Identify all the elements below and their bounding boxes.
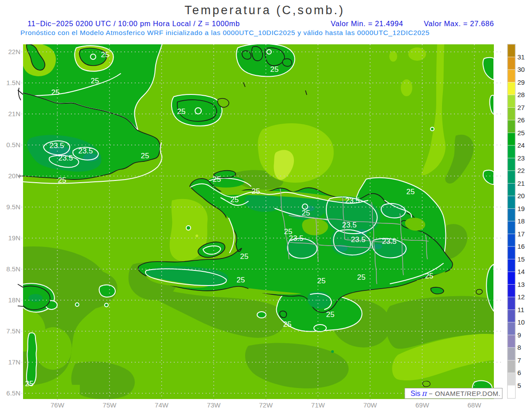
colorbar-label: 14	[517, 268, 525, 275]
y-axis-label: 18N	[8, 296, 20, 304]
y-axis-label: 0.5N	[6, 141, 20, 149]
contour-label: 25	[213, 175, 221, 184]
colorbar-segment	[508, 44, 515, 57]
contour-label: 25	[357, 273, 366, 282]
colorbar-label: 29	[517, 78, 525, 86]
y-axis-label: 22N	[8, 48, 20, 55]
colorbar-segment	[508, 133, 515, 146]
attribution-sis: Sis	[411, 390, 420, 397]
colorbar-label: 20	[517, 192, 525, 200]
mona-island	[476, 290, 482, 294]
colorbar-segment	[508, 360, 515, 373]
contour-label: 25	[240, 252, 249, 261]
colorbar-label: 11	[517, 306, 524, 313]
y-axis-label: 7.5N	[6, 327, 20, 335]
subtitle-datetime: 11−Dic−2025 0200 UTC / 10:00 pm Hora Loc…	[27, 20, 240, 27]
contour-label: 23.5	[351, 235, 365, 244]
contour-label: 25	[231, 196, 239, 204]
colorbar-segment	[508, 297, 515, 310]
x-axis-label: 72W	[259, 401, 273, 409]
colorbar-label: 18	[517, 217, 525, 225]
colorbar-segment	[508, 247, 515, 259]
colorbar-label: 6	[517, 369, 521, 376]
colorbar-segment	[508, 285, 515, 297]
colorbar-label: 21	[517, 180, 525, 187]
colorbar-segment	[508, 120, 515, 133]
colorbar-segment	[508, 272, 515, 285]
colorbar-label: 27	[517, 104, 525, 111]
colorbar-label: 23	[517, 154, 525, 162]
margin-coast-stubs	[18, 88, 23, 306]
contour-label: 25	[407, 188, 415, 196]
y-axis-label: 19N	[8, 234, 20, 242]
contour-label: 23.5	[49, 141, 64, 150]
colorbar-segment	[508, 108, 515, 121]
contour-label: 25	[177, 107, 186, 116]
colorbar-label: 19	[517, 205, 525, 212]
map-canvas	[13, 41, 494, 400]
contour-label: 25	[237, 276, 245, 284]
colorbar-label: 8	[517, 344, 521, 351]
colorbar-label: 28	[517, 91, 525, 98]
y-axis-label: 20N	[8, 172, 20, 180]
colorbar-segment	[508, 209, 515, 222]
colorbar-segment	[508, 348, 515, 360]
colorbar-segment	[508, 171, 515, 184]
subtitle-valor-max: Valor Max. = 27.686	[424, 20, 494, 27]
x-axis-label: 75W	[103, 401, 117, 409]
y-axis-label: 1.5N	[6, 79, 20, 86]
colorbar-label: 25	[517, 129, 525, 137]
colorbar-label: 24	[517, 141, 525, 149]
page-title: Temperatura (C,somb.)	[184, 4, 345, 17]
colorbar-label: 16	[517, 243, 525, 250]
x-axis-label: 69W	[415, 401, 430, 409]
colorbar-segment	[508, 82, 515, 95]
colorbar-segment	[508, 373, 515, 386]
contour-label: 23.5	[345, 196, 360, 205]
colorbar-label: 22	[517, 167, 525, 174]
x-axis-label: 68W	[468, 401, 482, 409]
attribution-pi-icon: π	[422, 389, 427, 398]
contour-label: 25	[141, 152, 149, 160]
small-cay	[422, 381, 430, 387]
colorbar-segment	[508, 259, 515, 272]
colorbar-segment	[508, 322, 515, 335]
colorbar-segment	[508, 145, 515, 158]
colorbar-segment	[508, 57, 515, 70]
y-axis-label: 8.5N	[6, 265, 20, 273]
contour-label: 25	[326, 310, 335, 319]
colorbar-segment	[508, 221, 515, 234]
colorbar-label: 15	[517, 255, 525, 263]
temperature-colorbar: 3130292827262524232221201918171615141312…	[508, 44, 525, 398]
x-axis-label: 71W	[311, 401, 325, 409]
x-axis-label: 74W	[155, 401, 169, 409]
beata-island	[280, 311, 287, 317]
contour-label: 23.5	[78, 147, 93, 155]
colorbar-segment	[508, 386, 515, 399]
contour-label: 23.5	[58, 154, 73, 162]
x-axis-label: 70W	[363, 401, 377, 409]
y-axis-label: 17N	[8, 358, 20, 366]
contour-label: 25	[302, 209, 310, 217]
contour-label: 25	[270, 65, 279, 74]
colorbar-segment	[508, 158, 515, 171]
colorbar-label: 5	[517, 382, 521, 389]
colorbar-segment	[508, 70, 515, 82]
weather-map-screenshot: 76W75W74W73W72W71W70W69W68W22N1.5N21N0.5…	[0, 0, 532, 411]
y-axis-label: 9.5N	[6, 203, 20, 211]
contour-label: 25	[252, 187, 260, 196]
contour-label: 25	[283, 320, 292, 329]
contour-label: 25	[425, 272, 434, 280]
colorbar-segment	[508, 95, 515, 108]
attribution-box: Sis π − ONAMET/REP.DOM.	[405, 388, 502, 399]
contour-label: 23.5	[382, 237, 396, 246]
y-axis-label: 6.5N	[6, 389, 20, 397]
contour-label: 25	[25, 380, 34, 388]
colorbar-label: 13	[517, 281, 525, 288]
colorbar-segment	[508, 196, 515, 209]
contour-label: 25	[51, 88, 60, 97]
x-axis-label: 73W	[207, 401, 221, 409]
contour-label: 25	[317, 277, 326, 285]
colorbar-segment	[508, 335, 515, 348]
attribution-onamet: − ONAMET/REP.DOM.	[429, 390, 501, 397]
